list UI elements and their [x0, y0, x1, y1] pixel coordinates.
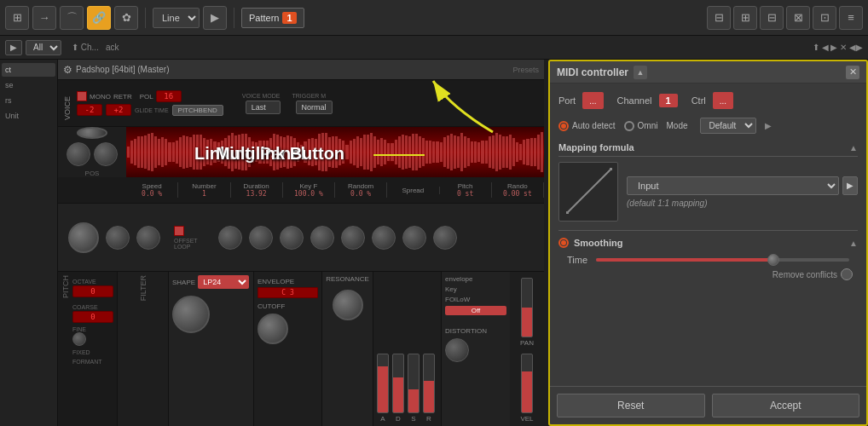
piano-roll-btn[interactable]: ⊞ [5, 6, 29, 30]
time-slider-track[interactable] [596, 258, 849, 262]
waveform-bar-43 [276, 135, 279, 170]
mapping-expand[interactable]: ▲ [849, 143, 858, 153]
adsr-slider-r[interactable] [423, 354, 435, 413]
env-knob[interactable] [258, 314, 288, 344]
mapping-title: Mapping formula [558, 142, 634, 153]
input-dropdown[interactable]: Input [627, 176, 839, 195]
pitchbend-btn[interactable]: PITCHBEND [172, 105, 223, 116]
curve-btn[interactable]: ⌒ [60, 6, 84, 30]
mapping-line-svg [566, 168, 612, 214]
waveform-bar-76 [391, 143, 393, 160]
port-btn[interactable]: ... [582, 92, 603, 109]
waveform-bar-92 [447, 135, 449, 169]
remove-conflicts-btn[interactable] [841, 268, 853, 280]
waveform-bar-73 [380, 138, 383, 166]
waveform-bar-90 [440, 142, 443, 162]
vel-slider[interactable] [521, 354, 533, 413]
waveform-bar-100 [474, 141, 477, 163]
port-channel-row: Port ... Channel 1 Ctrl ... [558, 92, 858, 109]
smoothing-header: Smoothing ▲ [558, 238, 858, 248]
grid-btn6[interactable]: ≡ [839, 6, 863, 30]
mode-dropdown[interactable]: Default [700, 118, 756, 134]
auto-detect-radio[interactable]: Auto detect [558, 121, 616, 131]
sidebar-item-se[interactable]: se [2, 78, 55, 92]
knob11[interactable] [433, 226, 457, 250]
key-follow-off[interactable]: Off [445, 306, 506, 315]
adsr-slider-s[interactable] [408, 354, 420, 413]
waveform-bar-18 [189, 137, 192, 167]
pos-knob[interactable] [67, 142, 90, 166]
play-btn[interactable]: ▶ [203, 6, 227, 30]
grid-btn5[interactable]: ⊡ [813, 6, 836, 30]
omni-radio[interactable]: Omni [624, 121, 658, 131]
knob9[interactable] [372, 226, 396, 250]
sidebar-item-rs[interactable]: rs [2, 94, 55, 107]
collapse-btn[interactable]: ▶ [5, 40, 22, 55]
all-dropdown[interactable]: All [26, 40, 61, 55]
vel-label: VEL [520, 415, 533, 423]
grid-btn1[interactable]: ⊟ [707, 6, 731, 30]
voice-label: VOICE [63, 86, 72, 120]
ctrl-btn[interactable]: ... [713, 92, 733, 109]
trigger-group: TRIGGER M Normal [292, 93, 333, 114]
adsr-label-a: A [380, 415, 385, 423]
vel-slider-group: VEL [520, 354, 533, 423]
close-btn[interactable]: ✕ [846, 66, 859, 79]
shape-dropdown[interactable]: LP24 [198, 275, 249, 289]
param-random: Random 0.0 % [335, 182, 387, 198]
stamp-btn[interactable]: ✿ [114, 6, 138, 30]
adsr-slider-a[interactable] [377, 354, 389, 413]
smoothing-radio[interactable] [558, 238, 569, 248]
knob4[interactable] [218, 226, 242, 250]
grid-btn4[interactable]: ⊠ [786, 6, 810, 30]
input-arrow-btn[interactable]: ▶ [842, 176, 858, 195]
mapping-graph [558, 162, 618, 222]
time-row: Time [558, 255, 858, 265]
waveform-bar-58 [328, 137, 331, 168]
distortion-knob[interactable] [445, 338, 469, 362]
pos-knob2[interactable] [94, 142, 118, 166]
auto-detect-circle [558, 121, 569, 131]
waveform-bar-29 [228, 135, 230, 168]
loop-indicator [174, 226, 184, 236]
time-slider-thumb [767, 254, 779, 266]
offset-label: OFFSET [174, 238, 198, 244]
line-dropdown[interactable]: Line [153, 8, 200, 28]
default-mapping-text: (default 1:1 mapping) [627, 199, 858, 208]
arrow-right-btn[interactable]: → [32, 6, 56, 30]
waveform-bar-24 [210, 139, 212, 164]
adsr-slider-d[interactable] [392, 354, 404, 413]
accept-btn[interactable]: Accept [712, 394, 860, 417]
grid-btn3[interactable]: ⊟ [760, 6, 784, 30]
knob10[interactable] [402, 226, 426, 250]
sidebar-item-ct[interactable]: ct [2, 63, 55, 77]
knob7[interactable] [310, 226, 334, 250]
pan-slider[interactable] [521, 278, 533, 337]
waveform-bar-118 [537, 135, 540, 170]
plugin-area: ⚙ Padshop [64bit] (Master) Presets VOICE… [58, 60, 868, 426]
link-btn[interactable]: 🔗 [87, 6, 111, 30]
svg-line-0 [566, 168, 612, 214]
resonance-knob[interactable] [333, 290, 363, 320]
reset-btn[interactable]: Reset [557, 394, 705, 417]
main-knob1[interactable] [68, 222, 99, 253]
waveform-bar-113 [519, 144, 522, 160]
smoothing-expand[interactable]: ▲ [849, 239, 858, 248]
waveform-display: Linking Panel [126, 127, 544, 177]
main-knob3[interactable] [136, 226, 160, 250]
waveform-bar-106 [495, 133, 498, 171]
main-knob2[interactable] [106, 226, 130, 250]
waveform-bar-47 [290, 136, 292, 168]
padshop-body: VOICE MONO RETR POL 16 -2 +2 GLIDE TI [58, 80, 544, 426]
mapping-header: Mapping formula ▲ [558, 142, 858, 157]
sidebar-item-unit[interactable]: Unit [2, 109, 55, 123]
fine-knob[interactable] [72, 332, 86, 346]
knob8[interactable] [341, 226, 365, 250]
grid-btn2[interactable]: ⊞ [733, 6, 757, 30]
knob5[interactable] [249, 226, 273, 250]
knob6[interactable] [280, 226, 304, 250]
waveform-bar-2 [134, 139, 136, 165]
expand-btn[interactable]: ▲ [634, 66, 647, 79]
shape-knob[interactable] [172, 296, 210, 333]
random-knob[interactable] [77, 127, 107, 139]
